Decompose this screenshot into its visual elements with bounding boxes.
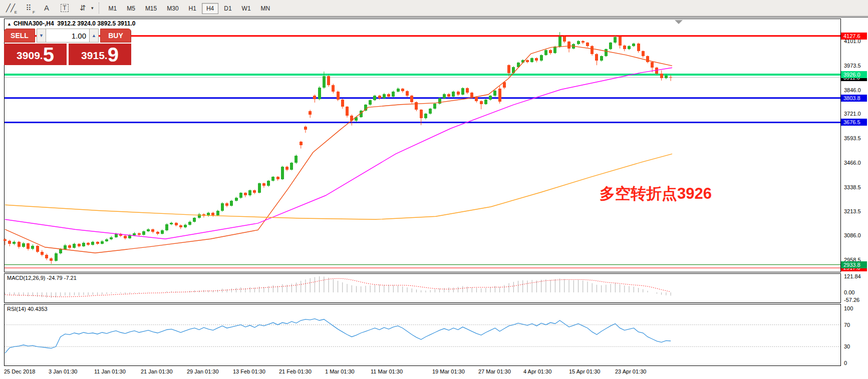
text-box-icon[interactable]: T [57,2,72,14]
price-tick: 3846.0 [844,87,861,93]
sell-button[interactable]: SELL [4,29,35,43]
rsi-axis-tick: 30 [844,343,850,349]
buy-price-display[interactable]: 3915.9 [69,44,131,65]
chart-window-top-border [0,17,868,18]
chart-shift-marker-icon[interactable] [675,20,683,24]
grid-icon[interactable]: ⠿F [21,2,36,14]
rsi-pane[interactable] [4,304,841,366]
price-tick: 3593.5 [844,135,861,141]
chart-annotation-text: 多空转折点3926 [600,183,712,204]
volume-input[interactable] [46,29,89,43]
time-tick: 13 Feb 01:30 [233,368,265,374]
timeframe-m1[interactable]: M1 [104,3,122,14]
macd-axis-tick: 0.00 [844,289,854,295]
volume-increase-button[interactable]: ▲ [89,29,99,43]
timeframe-h4[interactable]: H4 [202,3,218,14]
symbol-marker-icon: ▲ [7,22,12,27]
text-label-icon[interactable]: A [39,2,54,14]
price-line-label: 3803.8 [841,95,867,102]
price-tick: 3721.0 [844,111,861,117]
symbol-ohlc-readout: ▲CHINA300-,H4 3912.2 3924.0 3892.5 3911.… [7,20,135,27]
time-tick: 1 Mar 01:30 [325,368,355,374]
rsi-label: RSI(14) 40.4353 [7,306,48,312]
macd-axis-tick: 121.84 [844,273,861,279]
time-tick: 11 Mar 01:30 [371,368,403,374]
macd-axis-tick: -57.26 [844,297,859,303]
price-line-label: 3926.0 [841,71,867,78]
rsi-axis-tick: 100 [844,305,853,311]
time-tick: 21 Feb 01:30 [279,368,312,374]
toolbar: ╱╱E ⠿F A T ⇵ ▾ M1M5M15M30H1H4D1W1MN [0,0,868,16]
price-tick: 3338.5 [844,184,861,190]
price-line-label: 3676.5 [841,119,867,126]
price-tick: 3213.5 [844,208,861,214]
price-tick: 3086.0 [844,232,861,238]
time-tick: 29 Jan 01:30 [187,368,219,374]
sell-price-display[interactable]: 3909.5 [4,44,67,65]
price-line-label: 4127.6 [841,33,867,40]
timeframe-m15[interactable]: M15 [141,3,161,14]
time-tick: 23 Apr 01:30 [615,368,646,374]
price-axis[interactable]: 4127.63911.03926.03803.83676.52917.02933… [841,19,868,365]
time-tick: 19 Mar 01:30 [432,368,465,374]
rsi-axis-tick: 70 [844,322,850,328]
sort-arrows-icon[interactable]: ⇵ [75,2,90,14]
timeframe-h1[interactable]: H1 [184,3,201,14]
volume-stepper: ▼ ▲ [37,29,99,43]
symbol-name: CHINA300-,H4 [14,20,54,27]
trendlines-icon[interactable]: ╱╱E [3,2,18,14]
macd-label: MACD(12,26,9) -24.79 -7.21 [7,275,77,281]
macd-pane[interactable] [4,273,841,303]
time-axis[interactable]: 25 Dec 20183 Jan 01:3011 Jan 01:3021 Jan… [0,366,868,379]
chevron-down-icon[interactable]: ▾ [91,6,94,11]
timeframe-d1[interactable]: D1 [219,3,236,14]
time-tick: 25 Dec 2018 [4,368,35,374]
timeframe-buttons: M1M5M15M30H1H4D1W1MN [104,4,275,13]
one-click-trading-panel: SELL ▼ ▲ BUY 3909.5 3915.9 [4,29,132,65]
time-tick: 11 Jan 01:30 [94,368,126,374]
timeframe-m5[interactable]: M5 [122,3,140,14]
price-tick: 3466.0 [844,160,861,166]
rsi-axis-tick: 0 [844,360,847,366]
volume-decrease-button[interactable]: ▼ [37,29,46,43]
time-tick: 21 Jan 01:30 [141,368,173,374]
ohlc-values: 3912.2 3924.0 3892.5 3911.0 [57,20,135,27]
time-tick: 27 Mar 01:30 [478,368,511,374]
timeframe-mn[interactable]: MN [256,3,275,14]
toolbar-separator [99,3,100,14]
price-line-label: 2933.8 [841,261,867,268]
price-tick: 3973.5 [844,63,861,69]
buy-button[interactable]: BUY [100,29,131,43]
time-tick: 4 Apr 01:30 [523,368,551,374]
timeframe-m30[interactable]: M30 [162,3,183,14]
time-tick: 15 Apr 01:30 [569,368,600,374]
trading-terminal-window: ╱╱E ⠿F A T ⇵ ▾ M1M5M15M30H1H4D1W1MN ▲CHI… [0,0,868,379]
timeframe-w1[interactable]: W1 [237,3,255,14]
time-tick: 3 Jan 01:30 [49,368,78,374]
